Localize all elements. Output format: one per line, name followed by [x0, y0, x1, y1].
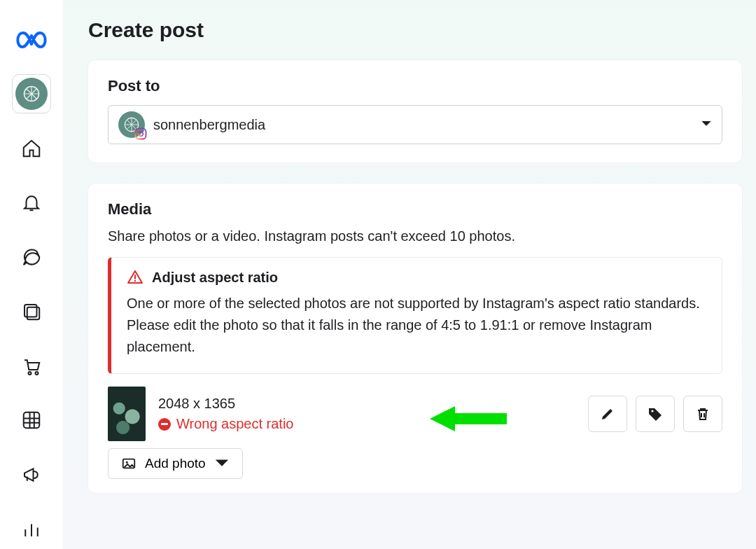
megaphone-icon — [21, 464, 42, 485]
bar-chart-icon — [21, 519, 42, 540]
aspect-ratio-warning: Adjust aspect ratio One or more of the s… — [108, 257, 722, 374]
nav-messages[interactable] — [12, 237, 51, 277]
tag-media-button[interactable] — [636, 396, 675, 432]
svg-rect-7 — [136, 129, 146, 139]
svg-point-8 — [139, 132, 144, 137]
svg-point-3 — [29, 372, 31, 375]
media-item-row: 2048 x 1365 Wrong aspect ratio — [108, 384, 722, 448]
profile-avatar-icon — [15, 78, 48, 110]
page-title: Create post — [88, 18, 742, 42]
post-to-card: Post to sonnenbergmedia — [88, 60, 742, 162]
media-title: Media — [108, 200, 722, 218]
nav-planner[interactable] — [12, 292, 51, 331]
warning-title: Adjust aspect ratio — [152, 270, 278, 286]
annotation-arrow — [430, 403, 507, 434]
nav-analytics[interactable] — [12, 510, 51, 549]
chevron-down-icon — [701, 118, 712, 131]
pencil-icon — [599, 405, 616, 422]
home-icon — [21, 138, 42, 159]
add-photo-button[interactable]: Add photo — [108, 448, 243, 479]
add-photo-label: Add photo — [145, 456, 206, 471]
media-actions — [588, 396, 722, 432]
trash-icon — [694, 405, 711, 422]
media-description: Share photos or a video. Instagram posts… — [108, 228, 722, 244]
nav-commerce[interactable] — [12, 347, 51, 386]
svg-rect-1 — [24, 305, 37, 317]
media-dimensions: 2048 x 1365 — [158, 396, 294, 412]
nav-notifications[interactable] — [12, 183, 51, 222]
tag-icon — [647, 405, 664, 422]
account-selector[interactable]: sonnenbergmedia — [108, 105, 722, 144]
media-card: Media Share photos or a video. Instagram… — [88, 183, 742, 493]
media-info: 2048 x 1365 Wrong aspect ratio — [158, 396, 294, 432]
meta-logo-icon — [15, 29, 48, 50]
svg-point-13 — [651, 410, 653, 412]
media-error-label: Wrong aspect ratio — [176, 416, 294, 432]
cart-icon — [21, 356, 42, 377]
nav-insights[interactable] — [12, 401, 51, 440]
media-thumbnail[interactable] — [108, 387, 146, 441]
chevron-down-icon — [214, 456, 230, 471]
account-name: sonnenbergmedia — [153, 117, 692, 133]
nav-home[interactable] — [12, 129, 51, 168]
grid-icon — [21, 410, 42, 431]
svg-point-15 — [126, 461, 128, 464]
svg-point-9 — [143, 130, 144, 132]
warning-triangle-icon — [127, 269, 144, 286]
post-to-title: Post to — [108, 77, 722, 95]
instagram-badge-icon — [134, 127, 147, 140]
account-avatar-icon — [118, 111, 145, 138]
main-content: Create post Post to sonnenbergm — [63, 0, 756, 549]
svg-rect-5 — [24, 412, 40, 429]
delete-media-button[interactable] — [683, 396, 722, 432]
svg-point-4 — [36, 372, 38, 375]
svg-rect-2 — [27, 307, 40, 320]
edit-media-button[interactable] — [588, 396, 627, 432]
bell-icon — [21, 192, 42, 213]
planner-icon — [21, 301, 42, 322]
media-error: Wrong aspect ratio — [158, 416, 294, 432]
warning-body: One or more of the selected photos are n… — [127, 293, 706, 358]
meta-logo[interactable] — [12, 20, 51, 59]
nav-ads[interactable] — [12, 455, 51, 494]
nav-profile[interactable] — [12, 74, 51, 113]
chat-icon — [21, 246, 42, 267]
svg-marker-12 — [430, 406, 507, 431]
left-nav — [0, 0, 63, 549]
image-icon — [121, 456, 136, 471]
stop-icon — [158, 418, 171, 431]
svg-point-11 — [134, 280, 136, 282]
